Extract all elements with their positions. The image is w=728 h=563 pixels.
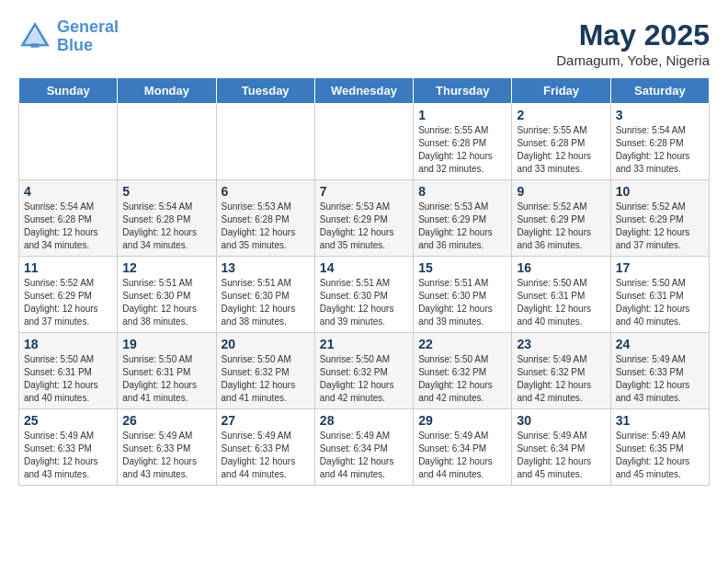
cell-info: Sunrise: 5:51 AM Sunset: 6:30 PM Dayligh… <box>320 277 408 328</box>
cell-info: Sunrise: 5:50 AM Sunset: 6:32 PM Dayligh… <box>320 353 408 405</box>
calendar-cell: 24Sunrise: 5:49 AM Sunset: 6:33 PM Dayli… <box>610 333 709 409</box>
calendar-cell: 17Sunrise: 5:50 AM Sunset: 6:31 PM Dayli… <box>610 257 709 333</box>
calendar-cell: 15Sunrise: 5:51 AM Sunset: 6:30 PM Dayli… <box>414 257 512 333</box>
calendar-cell: 27Sunrise: 5:49 AM Sunset: 6:33 PM Dayli… <box>216 409 314 486</box>
calendar-cell: 18Sunrise: 5:50 AM Sunset: 6:31 PM Dayli… <box>19 333 118 409</box>
date-number: 25 <box>24 413 112 428</box>
cell-info: Sunrise: 5:50 AM Sunset: 6:31 PM Dayligh… <box>616 277 704 328</box>
date-number: 13 <box>222 260 310 275</box>
calendar-cell: 26Sunrise: 5:49 AM Sunset: 6:33 PM Dayli… <box>118 409 216 486</box>
cell-info: Sunrise: 5:55 AM Sunset: 6:28 PM Dayligh… <box>418 124 506 176</box>
date-number: 9 <box>517 184 605 199</box>
cell-info: Sunrise: 5:51 AM Sunset: 6:30 PM Dayligh… <box>418 277 506 328</box>
date-number: 16 <box>517 260 605 275</box>
date-number: 14 <box>320 260 408 275</box>
calendar-cell: 8Sunrise: 5:53 AM Sunset: 6:29 PM Daylig… <box>414 180 512 257</box>
calendar-cell: 2Sunrise: 5:55 AM Sunset: 6:28 PM Daylig… <box>512 104 610 180</box>
calendar-cell: 25Sunrise: 5:49 AM Sunset: 6:33 PM Dayli… <box>19 409 118 486</box>
day-header-wednesday: Wednesday <box>314 78 413 104</box>
calendar-cell <box>216 104 314 180</box>
calendar-cell: 1Sunrise: 5:55 AM Sunset: 6:28 PM Daylig… <box>414 104 512 180</box>
cell-info: Sunrise: 5:50 AM Sunset: 6:31 PM Dayligh… <box>122 353 210 405</box>
logo-icon <box>18 20 51 53</box>
calendar-cell: 20Sunrise: 5:50 AM Sunset: 6:32 PM Dayli… <box>216 333 314 409</box>
date-number: 12 <box>122 260 210 275</box>
cell-info: Sunrise: 5:52 AM Sunset: 6:29 PM Dayligh… <box>517 201 605 252</box>
cell-info: Sunrise: 5:49 AM Sunset: 6:33 PM Dayligh… <box>24 430 112 481</box>
date-number: 6 <box>222 184 310 199</box>
date-number: 15 <box>418 260 506 275</box>
date-number: 20 <box>222 337 310 351</box>
cell-info: Sunrise: 5:55 AM Sunset: 6:28 PM Dayligh… <box>517 124 605 176</box>
cell-info: Sunrise: 5:50 AM Sunset: 6:32 PM Dayligh… <box>418 353 506 405</box>
cell-info: Sunrise: 5:49 AM Sunset: 6:34 PM Dayligh… <box>320 430 408 481</box>
week-row-2: 4Sunrise: 5:54 AM Sunset: 6:28 PM Daylig… <box>19 180 710 257</box>
date-number: 11 <box>24 260 112 275</box>
calendar-table: SundayMondayTuesdayWednesdayThursdayFrid… <box>18 77 710 486</box>
date-number: 24 <box>616 337 704 351</box>
calendar-cell <box>314 104 413 180</box>
calendar-cell: 13Sunrise: 5:51 AM Sunset: 6:30 PM Dayli… <box>216 257 314 333</box>
calendar-cell: 5Sunrise: 5:54 AM Sunset: 6:28 PM Daylig… <box>118 180 216 257</box>
calendar-cell <box>19 104 118 180</box>
cell-info: Sunrise: 5:54 AM Sunset: 6:28 PM Dayligh… <box>122 201 210 252</box>
cell-info: Sunrise: 5:49 AM Sunset: 6:35 PM Dayligh… <box>616 430 704 481</box>
calendar-cell: 28Sunrise: 5:49 AM Sunset: 6:34 PM Dayli… <box>314 409 413 486</box>
logo-text: General Blue <box>57 18 119 55</box>
title-block: May 2025 Damagum, Yobe, Nigeria <box>556 18 710 68</box>
page-header: General Blue May 2025 Damagum, Yobe, Nig… <box>18 18 710 68</box>
date-number: 3 <box>616 108 704 122</box>
calendar-cell: 14Sunrise: 5:51 AM Sunset: 6:30 PM Dayli… <box>314 257 413 333</box>
cell-info: Sunrise: 5:49 AM Sunset: 6:32 PM Dayligh… <box>517 353 605 405</box>
day-header-row: SundayMondayTuesdayWednesdayThursdayFrid… <box>19 78 710 104</box>
date-number: 8 <box>418 184 506 199</box>
cell-info: Sunrise: 5:49 AM Sunset: 6:34 PM Dayligh… <box>517 430 605 481</box>
week-row-5: 25Sunrise: 5:49 AM Sunset: 6:33 PM Dayli… <box>19 409 710 486</box>
calendar-cell: 31Sunrise: 5:49 AM Sunset: 6:35 PM Dayli… <box>610 409 709 486</box>
cell-info: Sunrise: 5:51 AM Sunset: 6:30 PM Dayligh… <box>122 277 210 328</box>
date-number: 17 <box>616 260 704 275</box>
calendar-cell: 19Sunrise: 5:50 AM Sunset: 6:31 PM Dayli… <box>118 333 216 409</box>
cell-info: Sunrise: 5:49 AM Sunset: 6:33 PM Dayligh… <box>616 353 704 405</box>
logo-line2: Blue <box>57 36 93 54</box>
cell-info: Sunrise: 5:50 AM Sunset: 6:31 PM Dayligh… <box>24 353 112 405</box>
cell-info: Sunrise: 5:52 AM Sunset: 6:29 PM Dayligh… <box>24 277 112 328</box>
calendar-cell: 9Sunrise: 5:52 AM Sunset: 6:29 PM Daylig… <box>512 180 610 257</box>
date-number: 23 <box>517 337 605 351</box>
date-number: 5 <box>122 184 210 199</box>
cell-info: Sunrise: 5:53 AM Sunset: 6:29 PM Dayligh… <box>320 201 408 252</box>
cell-info: Sunrise: 5:50 AM Sunset: 6:32 PM Dayligh… <box>222 353 310 405</box>
cell-info: Sunrise: 5:54 AM Sunset: 6:28 PM Dayligh… <box>24 201 112 252</box>
cell-info: Sunrise: 5:52 AM Sunset: 6:29 PM Dayligh… <box>616 201 704 252</box>
day-header-thursday: Thursday <box>414 78 512 104</box>
date-number: 31 <box>616 413 704 428</box>
cell-info: Sunrise: 5:49 AM Sunset: 6:34 PM Dayligh… <box>418 430 506 481</box>
day-header-saturday: Saturday <box>610 78 709 104</box>
date-number: 29 <box>418 413 506 428</box>
logo: General Blue <box>18 18 119 55</box>
day-header-monday: Monday <box>118 78 216 104</box>
cell-info: Sunrise: 5:53 AM Sunset: 6:28 PM Dayligh… <box>222 201 310 252</box>
week-row-3: 11Sunrise: 5:52 AM Sunset: 6:29 PM Dayli… <box>19 257 710 333</box>
calendar-cell: 6Sunrise: 5:53 AM Sunset: 6:28 PM Daylig… <box>216 180 314 257</box>
date-number: 7 <box>320 184 408 199</box>
date-number: 2 <box>517 108 605 122</box>
calendar-cell: 16Sunrise: 5:50 AM Sunset: 6:31 PM Dayli… <box>512 257 610 333</box>
month-title: May 2025 <box>556 18 710 52</box>
date-number: 21 <box>320 337 408 351</box>
calendar-cell: 4Sunrise: 5:54 AM Sunset: 6:28 PM Daylig… <box>19 180 118 257</box>
calendar-cell: 29Sunrise: 5:49 AM Sunset: 6:34 PM Dayli… <box>414 409 512 486</box>
day-header-tuesday: Tuesday <box>216 78 314 104</box>
cell-info: Sunrise: 5:49 AM Sunset: 6:33 PM Dayligh… <box>222 430 310 481</box>
calendar-cell: 11Sunrise: 5:52 AM Sunset: 6:29 PM Dayli… <box>19 257 118 333</box>
week-row-4: 18Sunrise: 5:50 AM Sunset: 6:31 PM Dayli… <box>19 333 710 409</box>
calendar-cell: 23Sunrise: 5:49 AM Sunset: 6:32 PM Dayli… <box>512 333 610 409</box>
date-number: 30 <box>517 413 605 428</box>
logo-line1: General <box>57 17 119 36</box>
date-number: 28 <box>320 413 408 428</box>
calendar-cell <box>118 104 216 180</box>
calendar-cell: 21Sunrise: 5:50 AM Sunset: 6:32 PM Dayli… <box>314 333 413 409</box>
cell-info: Sunrise: 5:49 AM Sunset: 6:33 PM Dayligh… <box>122 430 210 481</box>
calendar-cell: 22Sunrise: 5:50 AM Sunset: 6:32 PM Dayli… <box>414 333 512 409</box>
date-number: 22 <box>418 337 506 351</box>
